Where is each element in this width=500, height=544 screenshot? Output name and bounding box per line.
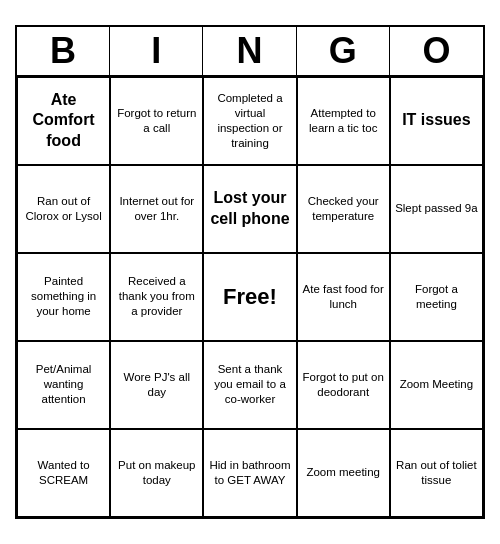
bingo-cell[interactable]: Pet/Animal wanting attention bbox=[17, 341, 110, 429]
bingo-cell[interactable]: Checked your temperature bbox=[297, 165, 390, 253]
bingo-cell[interactable]: Completed a virtual inspection or traini… bbox=[203, 77, 296, 165]
bingo-cell[interactable]: Free! bbox=[203, 253, 296, 341]
bingo-cell[interactable]: Forgot to put on deodorant bbox=[297, 341, 390, 429]
bingo-cell[interactable]: Attempted to learn a tic toc bbox=[297, 77, 390, 165]
bingo-cell[interactable]: Zoom Meeting bbox=[390, 341, 483, 429]
bingo-cell[interactable]: Internet out for over 1hr. bbox=[110, 165, 203, 253]
bingo-card: BINGO Ate Comfort foodForgot to return a… bbox=[15, 25, 485, 519]
bingo-cell[interactable]: Ate Comfort food bbox=[17, 77, 110, 165]
bingo-grid: Ate Comfort foodForgot to return a callC… bbox=[17, 77, 483, 517]
header-letter: O bbox=[390, 27, 483, 75]
header-letter: I bbox=[110, 27, 203, 75]
bingo-cell[interactable]: Wore PJ's all day bbox=[110, 341, 203, 429]
bingo-cell[interactable]: IT issues bbox=[390, 77, 483, 165]
header-letter: G bbox=[297, 27, 390, 75]
bingo-cell[interactable]: Lost your cell phone bbox=[203, 165, 296, 253]
header-letter: B bbox=[17, 27, 110, 75]
header-letter: N bbox=[203, 27, 296, 75]
bingo-cell[interactable]: Forgot to return a call bbox=[110, 77, 203, 165]
bingo-cell[interactable]: Sent a thank you email to a co-worker bbox=[203, 341, 296, 429]
bingo-cell[interactable]: Slept passed 9a bbox=[390, 165, 483, 253]
bingo-cell[interactable]: Painted something in your home bbox=[17, 253, 110, 341]
bingo-cell[interactable]: Forgot a meeting bbox=[390, 253, 483, 341]
bingo-cell[interactable]: Put on makeup today bbox=[110, 429, 203, 517]
bingo-header: BINGO bbox=[17, 27, 483, 77]
bingo-cell[interactable]: Ran out of toliet tissue bbox=[390, 429, 483, 517]
bingo-cell[interactable]: Received a thank you from a provider bbox=[110, 253, 203, 341]
bingo-cell[interactable]: Ate fast food for lunch bbox=[297, 253, 390, 341]
bingo-cell[interactable]: Wanted to SCREAM bbox=[17, 429, 110, 517]
bingo-cell[interactable]: Zoom meeting bbox=[297, 429, 390, 517]
bingo-cell[interactable]: Hid in bathroom to GET AWAY bbox=[203, 429, 296, 517]
bingo-cell[interactable]: Ran out of Clorox or Lysol bbox=[17, 165, 110, 253]
